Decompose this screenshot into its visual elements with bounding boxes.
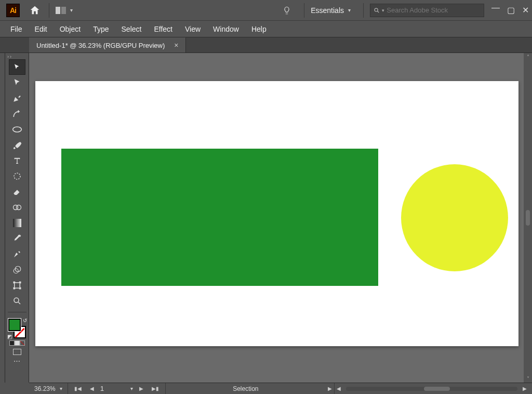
eraser-tool[interactable] [9,185,25,199]
menu-help[interactable]: Help [245,22,273,36]
search-stock-field[interactable]: ▾ [370,4,484,17]
panel-gutter[interactable] [0,53,5,383]
swap-colors-icon[interactable]: ↺ [23,318,27,323]
title-bar: Ai ▾ Essentials ▾ ▾ — ▢ ✕ [0,0,532,21]
curvature-tool[interactable] [9,107,25,121]
ellipse-shape[interactable] [401,164,508,271]
window-controls: — ▢ ✕ [491,6,529,15]
scroll-down-icon[interactable]: ˅ [526,375,530,383]
hscroll-track[interactable] [346,387,517,391]
canvas-wrap: ˄ ˅ [29,53,532,383]
document-tab-strip: Untitled-1* @ 36.23% (RGB/GPU Preview) × [0,37,532,53]
svg-point-6 [15,266,21,272]
chevron-down-icon: ▾ [348,7,351,13]
paintbrush-tool[interactable] [9,138,25,152]
gradient-tool[interactable] [9,216,25,230]
scroll-right-icon[interactable]: ▶ [521,386,529,391]
rotate-icon [12,172,22,181]
perspective-grid-tool[interactable] [9,262,25,277]
sprayer-icon [12,249,22,259]
document-tab[interactable]: Untitled-1* @ 36.23% (RGB/GPU Preview) × [29,37,186,52]
chevron-down-icon: ▾ [70,7,73,13]
artboard-number-field[interactable] [100,385,126,392]
default-colors-icon[interactable]: ◩ [7,334,12,339]
artboard[interactable] [35,81,518,346]
separator [304,3,304,18]
minimize-button[interactable]: — [491,4,500,12]
workspace-label: Essentials [311,6,344,15]
edit-toolbar-button[interactable]: ⋯ [14,357,20,365]
prev-artboard-button[interactable]: ◀ [88,386,96,391]
menu-window[interactable]: Window [207,22,245,36]
hscroll-thumb[interactable] [424,387,450,391]
menu-type[interactable]: Type [87,22,115,36]
workspace-switcher[interactable]: Essentials ▾ [311,6,351,15]
close-button[interactable]: ✕ [522,6,529,15]
direct-selection-icon [12,78,22,87]
pen-tool[interactable] [9,91,25,106]
selection-tool[interactable] [9,60,25,74]
menu-view[interactable]: View [179,22,207,36]
svg-point-4 [16,205,21,210]
rotate-tool[interactable] [9,169,25,183]
selection-icon [12,62,22,72]
gradient-icon [13,219,21,227]
zoom-tool[interactable] [9,294,25,308]
screen-mode-button[interactable] [13,349,21,355]
discover-icon[interactable] [282,6,291,15]
home-button[interactable] [27,3,43,18]
zoom-value: 36.23% [34,385,56,392]
status-menu-button[interactable]: ▶ [326,386,334,391]
document-tab-title: Untitled-1* @ 36.23% (RGB/GPU Preview) [36,42,165,49]
app-logo[interactable]: Ai [6,4,20,17]
menu-select[interactable]: Select [115,22,148,36]
arrange-documents-button[interactable]: ▾ [56,7,73,14]
artboard-tool[interactable] [9,278,25,293]
first-artboard-button[interactable]: ▮◀ [72,386,84,391]
chevron-down-icon[interactable]: ▾ [130,386,133,391]
search-input[interactable] [387,6,481,14]
home-icon [29,5,41,16]
artboard-icon [12,281,22,290]
type-tool[interactable] [9,153,25,168]
menu-object[interactable]: Object [54,22,87,36]
svg-rect-5 [13,219,21,227]
separator [8,312,26,312]
zoom-level-field[interactable]: 36.23% ▾ [29,385,68,392]
separator [363,3,364,18]
artboard-navigation: ▮◀ ◀ ▾ ▶ ▶▮ [68,385,165,392]
search-icon [374,7,380,14]
direct-selection-tool[interactable] [9,75,25,90]
svg-point-1 [12,127,21,132]
menu-edit[interactable]: Edit [29,22,54,36]
vertical-scroll-thumb[interactable] [526,210,530,226]
pen-icon [12,94,22,103]
last-artboard-button[interactable]: ▶▮ [150,386,161,391]
next-artboard-button[interactable]: ▶ [137,386,145,391]
chevron-down-icon: ▾ [382,8,384,13]
vertical-scrollbar[interactable]: ˄ ˅ [524,53,532,383]
maximize-button[interactable]: ▢ [507,6,515,15]
horizontal-scrollbar[interactable]: ◀ ▶ [335,386,532,391]
menu-effect[interactable]: Effect [148,22,179,36]
close-tab-button[interactable]: × [174,41,178,49]
ellipse-tool[interactable] [9,122,25,137]
draw-mode-buttons[interactable] [9,340,25,346]
symbol-sprayer-tool[interactable] [9,247,25,261]
canvas[interactable] [29,53,532,383]
shape-builder-tool[interactable] [9,200,25,215]
rectangle-shape[interactable] [61,149,378,286]
shape-builder-icon [12,203,22,212]
scroll-left-icon[interactable]: ◀ [335,386,343,391]
main-area: ›› ↺ ◩ ⋯ [0,53,532,383]
scroll-up-icon[interactable]: ˄ [526,53,530,61]
menu-file[interactable]: File [4,22,29,36]
eyedropper-tool[interactable] [9,231,25,246]
fill-swatch[interactable] [8,319,21,331]
toolbox-expand-button[interactable]: ›› [5,54,29,59]
eraser-icon [12,187,22,196]
svg-point-2 [14,173,20,179]
type-icon [13,156,21,165]
fill-stroke-control[interactable]: ↺ ◩ [7,319,27,338]
ellipse-icon [12,126,22,133]
